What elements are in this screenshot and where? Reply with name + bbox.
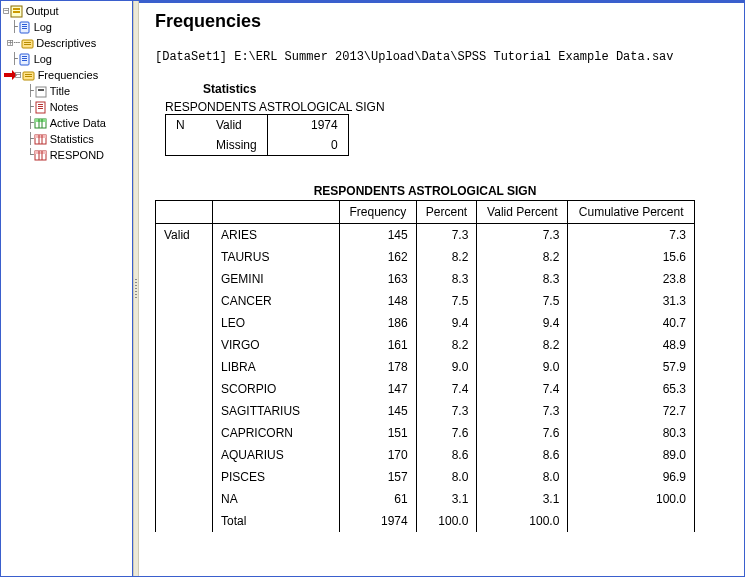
- freq-category: ARIES: [213, 224, 340, 247]
- freq-category: NA: [213, 488, 340, 510]
- statistics-block: Statistics RESPONDENTS ASTROLOGICAL SIGN…: [165, 82, 735, 156]
- freq-percent: 7.5: [416, 290, 477, 312]
- freq-cum-percent: 15.6: [568, 246, 695, 268]
- freq-valid-percent: 7.3: [477, 400, 568, 422]
- freq-header-percent: Percent: [416, 201, 477, 224]
- freq-frequency: 151: [340, 422, 417, 444]
- freq-header-frequency: Frequency: [340, 201, 417, 224]
- tree-item-statistics[interactable]: ├ Statistics: [3, 131, 132, 147]
- folder-icon: [20, 37, 34, 50]
- tree-item-active-dataset[interactable]: ├ Active Data: [3, 115, 132, 131]
- table-row[interactable]: PISCES1578.08.096.9: [156, 466, 695, 488]
- page-title: Frequencies: [155, 11, 735, 32]
- table-row[interactable]: SAGITTARIUS1457.37.372.7: [156, 400, 695, 422]
- tree-label: Notes: [50, 101, 79, 113]
- tree-item-log[interactable]: ├ Log: [3, 19, 132, 35]
- freq-frequency: 1974: [340, 510, 417, 532]
- table-row-total[interactable]: Total1974100.0100.0: [156, 510, 695, 532]
- freq-category: CANCER: [213, 290, 340, 312]
- tree-item-title[interactable]: ├ Title: [3, 83, 132, 99]
- splitter-handle[interactable]: [133, 1, 139, 576]
- freq-stub: [156, 378, 213, 400]
- freq-cum-percent: 100.0: [568, 488, 695, 510]
- tree-item-log[interactable]: ├ Log: [3, 51, 132, 67]
- table-row[interactable]: CANCER1487.57.531.3: [156, 290, 695, 312]
- statistics-table[interactable]: N Valid 1974 Missing 0: [165, 114, 349, 156]
- freq-frequency: 147: [340, 378, 417, 400]
- freq-cum-percent: [568, 510, 695, 532]
- freq-frequency: 157: [340, 466, 417, 488]
- tree-label: Active Data: [50, 117, 106, 129]
- stats-missing-label: Missing: [206, 135, 267, 156]
- freq-stub: Valid: [156, 224, 213, 247]
- table-row[interactable]: CAPRICORN1517.67.680.3: [156, 422, 695, 444]
- freq-percent: 7.3: [416, 224, 477, 247]
- table-row[interactable]: AQUARIUS1708.68.689.0: [156, 444, 695, 466]
- freq-cum-percent: 96.9: [568, 466, 695, 488]
- freq-category: VIRGO: [213, 334, 340, 356]
- table-row[interactable]: NA613.13.1100.0: [156, 488, 695, 510]
- tree-label: Log: [34, 53, 52, 65]
- freq-cum-percent: 89.0: [568, 444, 695, 466]
- freq-category: CAPRICORN: [213, 422, 340, 444]
- table-row[interactable]: LEO1869.49.440.7: [156, 312, 695, 334]
- tree-label: Descriptives: [36, 37, 96, 49]
- freq-stub: [156, 466, 213, 488]
- freq-valid-percent: 100.0: [477, 510, 568, 532]
- freq-cum-percent: 23.8: [568, 268, 695, 290]
- tree-label: Output: [26, 5, 59, 17]
- outline-tree[interactable]: ⊟ Output ├ Log ⊞┄ Descriptives ├ Log ⊟ F…: [1, 1, 133, 576]
- tree-label: Statistics: [50, 133, 94, 145]
- freq-valid-percent: 8.3: [477, 268, 568, 290]
- freq-cum-percent: 7.3: [568, 224, 695, 247]
- output-viewer[interactable]: Frequencies [DataSet1] E:\ERL Summer 201…: [139, 1, 744, 576]
- notes-icon: [34, 101, 48, 114]
- table-row[interactable]: LIBRA1789.09.057.9: [156, 356, 695, 378]
- freq-valid-percent: 9.4: [477, 312, 568, 334]
- freq-valid-percent: 7.4: [477, 378, 568, 400]
- frequency-table[interactable]: Frequency Percent Valid Percent Cumulati…: [155, 200, 695, 532]
- freq-stub: [156, 312, 213, 334]
- tree-label: Frequencies: [38, 69, 99, 81]
- freq-frequency: 145: [340, 400, 417, 422]
- freq-percent: 7.4: [416, 378, 477, 400]
- table-row[interactable]: VIRGO1618.28.248.9: [156, 334, 695, 356]
- frequency-title: RESPONDENTS ASTROLOGICAL SIGN: [155, 184, 695, 198]
- title-icon: [34, 85, 48, 98]
- freq-category: SCORPIO: [213, 378, 340, 400]
- freq-cum-percent: 72.7: [568, 400, 695, 422]
- table-row[interactable]: GEMINI1638.38.323.8: [156, 268, 695, 290]
- freq-percent: 100.0: [416, 510, 477, 532]
- tree-item-notes[interactable]: ├ Notes: [3, 99, 132, 115]
- freq-category: GEMINI: [213, 268, 340, 290]
- log-icon: [18, 53, 32, 66]
- freq-stub: [156, 510, 213, 532]
- table-row[interactable]: SCORPIO1477.47.465.3: [156, 378, 695, 400]
- freq-header-blank: [156, 201, 213, 224]
- freq-stub: [156, 268, 213, 290]
- folder-icon: [22, 69, 36, 82]
- freq-frequency: 170: [340, 444, 417, 466]
- freq-cum-percent: 31.3: [568, 290, 695, 312]
- tree-label: Log: [34, 21, 52, 33]
- table-row[interactable]: ValidARIES1457.37.37.3: [156, 224, 695, 247]
- freq-valid-percent: 8.2: [477, 334, 568, 356]
- freq-percent: 9.4: [416, 312, 477, 334]
- table-row[interactable]: TAURUS1628.28.215.6: [156, 246, 695, 268]
- freq-category: LEO: [213, 312, 340, 334]
- freq-frequency: 186: [340, 312, 417, 334]
- freq-stub: [156, 400, 213, 422]
- tree-item-descriptives[interactable]: ⊞┄ Descriptives: [3, 35, 132, 51]
- freq-percent: 7.3: [416, 400, 477, 422]
- freq-frequency: 162: [340, 246, 417, 268]
- freq-cum-percent: 80.3: [568, 422, 695, 444]
- freq-category: Total: [213, 510, 340, 532]
- freq-valid-percent: 3.1: [477, 488, 568, 510]
- tree-item-frequencies[interactable]: ⊟ Frequencies: [3, 67, 132, 83]
- freq-percent: 8.2: [416, 334, 477, 356]
- freq-percent: 7.6: [416, 422, 477, 444]
- tree-root-output[interactable]: ⊟ Output: [3, 3, 132, 19]
- pivot-icon: [34, 133, 48, 146]
- tree-item-respondents[interactable]: └ RESPOND: [3, 147, 132, 163]
- stats-valid-value: 1974: [267, 115, 348, 136]
